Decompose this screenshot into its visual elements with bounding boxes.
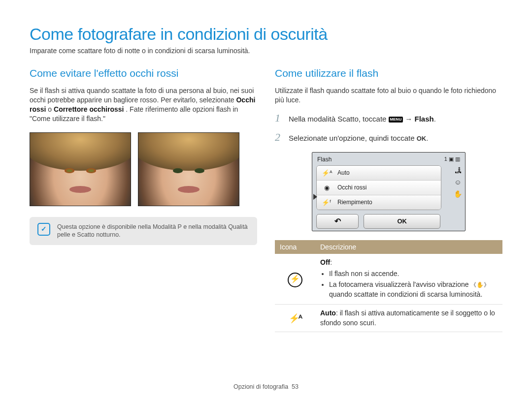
flash-option-redeye-label: Occhi rossi — [337, 184, 366, 191]
flash-auto-icon-cell: ⚡ᴬ — [275, 305, 315, 332]
note-text: Questa opzione è disponibile nella Modal… — [57, 223, 249, 240]
memory-icon: ▣ — [449, 156, 454, 162]
row2-bold: Auto — [320, 309, 336, 317]
row1-desc: Off: Il flash non si accende. La fotocam… — [315, 254, 502, 305]
camera-title: Flash — [317, 156, 332, 163]
step1-arrow: → — [405, 115, 414, 123]
flash-off-icon: ⚡ — [288, 273, 302, 287]
note-box: ✓ Questa opzione è disponibile nella Mod… — [30, 217, 257, 246]
step-number-1: 1 — [275, 110, 284, 126]
footer-label: Opzioni di fotografia — [233, 383, 288, 390]
step-number-2: 2 — [275, 129, 284, 145]
camera-header: Flash 1 ▣ ▥ — [314, 154, 463, 165]
step2-pre: Selezionate un'opzione, quindi toccate — [289, 134, 417, 142]
left-text-mid: o — [48, 105, 54, 113]
row2-rest: : il flash si attiva automaticamente se … — [320, 309, 495, 327]
row1-bullet1: Il flash non si accende. — [329, 269, 498, 279]
left-subhead: Come evitare l'effetto occhi rossi — [30, 67, 257, 79]
left-text-pre: Se il flash si attiva quando scattate la… — [30, 87, 254, 104]
hand-steady-icon: ✋ — [454, 190, 462, 198]
camera-screen: Flash 1 ▣ ▥ 🏞 ☺ ✋ ⚡ᴬ Auto — [312, 152, 466, 231]
row2-desc: Auto: il flash si attiva automaticamente… — [315, 305, 502, 332]
camera-side-icons: 🏞 ☺ ✋ — [454, 166, 462, 198]
table-head-icon: Icona — [275, 240, 315, 254]
note-icon: ✓ — [37, 223, 50, 236]
table-head-desc: Descrizione — [315, 240, 502, 254]
left-column: Come evitare l'effetto occhi rossi Se il… — [30, 67, 257, 332]
photo-corrected — [138, 132, 239, 206]
landscape-icon: 🏞 — [455, 166, 462, 174]
footer-page-number: 53 — [292, 383, 299, 390]
menu-icon: MENU — [389, 117, 403, 123]
flash-auto-icon: ⚡ᴬ — [289, 313, 301, 323]
table-row: ⚡ᴬ Auto: il flash si attiva automaticame… — [275, 305, 502, 332]
steps-list: 1 Nella modalità Scatto, toccate MENU → … — [275, 110, 502, 145]
step1-end: . — [434, 115, 436, 123]
page-footer: Opzioni di fotografia 53 — [0, 383, 532, 390]
table-row: ⚡ Off: Il flash non si accende. La fotoc… — [275, 254, 502, 305]
camera-count: 1 — [444, 156, 447, 162]
row1-b2-pre: La fotocamera visualizzerà l'avviso vibr… — [329, 280, 470, 288]
flash-auto-icon: ⚡ᴬ — [322, 169, 332, 177]
flash-option-fill-label: Riempimento — [337, 199, 372, 206]
ok-icon: OK — [417, 134, 427, 144]
row1-bullet2: La fotocamera visualizzerà l'avviso vibr… — [329, 280, 498, 299]
flash-fill-icon: ⚡ᶠ — [322, 199, 332, 206]
flash-option-auto-label: Auto — [337, 169, 350, 176]
eye-icon: ◉ — [322, 184, 332, 191]
flash-option-redeye[interactable]: ◉ Occhi rossi — [317, 180, 441, 195]
step-1-text: Nella modalità Scatto, toccate MENU → Fl… — [289, 114, 436, 125]
step1-pre: Nella modalità Scatto, toccate — [289, 115, 389, 123]
right-subhead: Come utilizzare il flash — [275, 67, 502, 79]
back-button[interactable]: ↶ — [316, 214, 359, 229]
vibration-icon: 《✋》 — [470, 282, 490, 288]
left-text-b2: Correttore occhirossi — [54, 105, 124, 113]
right-paragraph: Utilizzate il flash quando scattate foto… — [275, 86, 502, 105]
flash-off-icon-cell: ⚡ — [275, 254, 315, 305]
icon-description-table: Icona Descrizione ⚡ Off: Il flash non si… — [275, 240, 502, 333]
right-column: Come utilizzare il flash Utilizzate il f… — [275, 67, 502, 332]
step-2: 2 Selezionate un'opzione, quindi toccate… — [275, 129, 502, 145]
face-icon: ☺ — [454, 178, 461, 186]
back-arrow-icon: ↶ — [334, 216, 341, 226]
row1-b2-post: quando scattate in condizioni di scarsa … — [329, 290, 482, 298]
step2-end: . — [426, 134, 428, 142]
row1-title: Off — [320, 258, 330, 266]
ok-button-label: OK — [397, 217, 407, 225]
battery-icon: ▥ — [455, 156, 460, 162]
step-2-text: Selezionate un'opzione, quindi toccate O… — [289, 133, 428, 144]
ok-button[interactable]: OK — [364, 214, 440, 229]
manual-page: Come fotografare in condizioni di oscuri… — [0, 0, 532, 401]
photo-redeye — [30, 132, 131, 206]
page-title: Come fotografare in condizioni di oscuri… — [30, 25, 502, 44]
flash-option-auto[interactable]: ⚡ᴬ Auto — [317, 166, 441, 180]
step1-bold: Flash — [415, 115, 434, 123]
page-intro: Imparate come scattare foto di notte o i… — [30, 47, 502, 55]
flash-option-fill[interactable]: ⚡ᶠ Riempimento — [317, 195, 441, 210]
example-photos — [30, 132, 257, 206]
selection-pointer-icon — [313, 194, 317, 200]
flash-option-list: ⚡ᴬ Auto ◉ Occhi rossi ⚡ᶠ Riempimento — [316, 165, 441, 210]
two-column-layout: Come evitare l'effetto occhi rossi Se il… — [30, 67, 502, 332]
step-1: 1 Nella modalità Scatto, toccate MENU → … — [275, 110, 502, 126]
left-paragraph: Se il flash si attiva quando scattate la… — [30, 86, 257, 123]
camera-buttons: ↶ OK — [316, 214, 440, 229]
